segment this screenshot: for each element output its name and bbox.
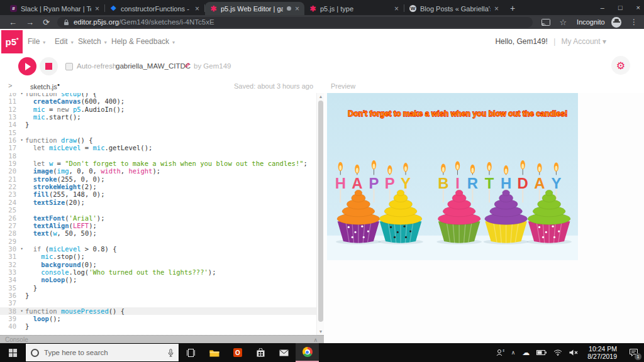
tab-blog[interactable]: W Blog Posts « Gabriella's Technolog × [404,2,504,15]
console-bar[interactable]: Console ∧ [0,335,324,344]
code-line-31[interactable]: 31 mic.stop(); [0,253,324,260]
wifi-icon[interactable] [553,349,562,356]
chrome-taskbar-button[interactable] [296,343,319,362]
code-line-30[interactable]: 30▾ if (micLevel > 0.8) { [0,245,324,253]
code-line-14[interactable]: 14} [0,121,324,128]
code-line-32[interactable]: 32 background(0); [0,261,324,268]
window-close-button[interactable]: × [636,4,640,11]
my-account-menu[interactable]: My Account ▾ [562,37,606,46]
hidden-icons-chevron[interactable]: ∧ [511,349,516,356]
code-line-29[interactable]: 29 [0,238,324,245]
console-expand-icon[interactable]: ∧ [313,337,318,343]
edit-pencil-icon[interactable]: ✎ [184,62,190,70]
code-line-28[interactable]: 28 text(w, 50, 50); [0,229,324,237]
code-line-33[interactable]: 33 console.log('Who turned out the light… [0,268,324,276]
code-line-34[interactable]: 34 noLoop(); [0,276,324,283]
tab-dropbox[interactable]: ❖ constructorFunctions - Dropbox × [105,2,204,15]
lock-icon [64,19,69,26]
cast-icon[interactable] [541,19,550,26]
code-line-27[interactable]: 27 textAlign(LEFT); [0,222,324,229]
code-line-37[interactable]: 37 [0,299,324,307]
svg-text:A: A [534,175,545,192]
svg-text:H: H [501,175,511,192]
file-tab-sketchjs[interactable]: sketch.js● [30,82,60,90]
action-center-button[interactable]: 1 [624,343,643,362]
close-icon[interactable]: × [394,5,399,13]
code-line-40[interactable]: 40} [0,322,324,330]
microsoft-store-button[interactable] [249,343,272,362]
code-line-25[interactable]: 25 [0,206,324,214]
autorefresh-checkbox[interactable] [65,63,73,70]
close-icon[interactable]: × [95,5,99,13]
clock-date: 8/27/2019 [587,353,617,360]
menu-help[interactable]: Help & Feedback▾ [111,37,175,46]
reload-icon[interactable]: ⟳ [43,18,50,27]
code-line-23[interactable]: 23 fill(255, 148, 0); [0,190,324,198]
tab-slack[interactable]: # Slack | Ryan Mohar | Tech Impact × [5,2,104,15]
battery-icon[interactable] [536,350,547,355]
code-line-21[interactable]: 21 stroke(255, 0, 0); [0,175,324,183]
office-button[interactable]: O [226,343,249,362]
tab-title: Slack | Ryan Mohar | Tech Impact [21,5,91,13]
windows-taskbar: Type here to search O [0,343,644,362]
menu-sketch[interactable]: Sketch▾ [78,37,107,46]
start-button[interactable] [0,343,25,362]
close-icon[interactable]: × [295,5,299,13]
code-line-16[interactable]: 16▾function draw() { [0,136,324,144]
forward-icon[interactable]: → [26,18,34,27]
play-button[interactable] [18,57,36,75]
tab-title: Blog Posts « Gabriella's Technolog [420,5,491,13]
taskbar-clock[interactable]: 10:24 PM 8/27/2019 [587,345,617,360]
maximize-button[interactable]: □ [618,4,623,11]
code-line-20[interactable]: 20 image(img, 0, 0, width, height); [0,167,324,175]
office-icon: O [233,348,242,357]
p5-logo[interactable]: p5* [1,30,23,53]
code-line-26[interactable]: 26 textFont('Arial'); [0,214,324,222]
code-editor[interactable]: 10▾function setup() {11 createCanvas(600… [0,93,324,335]
new-tab-button[interactable]: + [510,3,515,13]
browser-menu-icon[interactable]: ⋮ [630,18,638,26]
address-bar[interactable]: editor.p5js.org/Gem149/sketches/i-4NTc5x… [57,17,533,28]
bookmark-star-icon[interactable]: ☆ [559,18,567,27]
code-line-19[interactable]: 19 let w = "Don't forget to make a wish … [0,160,324,167]
code-line-12[interactable]: 12 mic = new p5.AudioIn(); [0,106,324,113]
canvas-overlay-text: Don't forget to make a wish when you blo… [348,109,567,118]
code-line-18[interactable]: 18 [0,152,324,160]
people-icon[interactable]: R [496,349,504,356]
code-line-24[interactable]: 24 textSize(20); [0,199,324,206]
url-text: editor.p5js.org/Gem149/sketches/i-4NTc5x… [74,18,214,26]
task-view-button[interactable] [179,343,203,362]
minimize-button[interactable]: – [601,4,604,11]
code-line-15[interactable]: 15 [0,129,324,136]
file-explorer-button[interactable] [203,343,226,362]
close-icon[interactable]: × [195,5,199,13]
dropbox-icon: ❖ [110,5,117,12]
tab-p5-reference[interactable]: ✱ p5.js | type × [304,2,404,15]
taskbar-search-input[interactable]: Type here to search [25,343,179,362]
scrollbar-thumb[interactable] [318,101,323,322]
code-line-39[interactable]: 39 loop(); [0,315,324,322]
speaker-muted-icon[interactable] [569,349,578,356]
code-line-22[interactable]: 22 strokeWeight(2); [0,183,324,190]
code-line-35[interactable]: 35 } [0,284,324,292]
mail-button[interactable] [272,343,296,362]
microphone-icon[interactable] [168,349,174,357]
svg-text:Y: Y [551,175,561,192]
code-line-10[interactable]: 10▾function setup() { [0,93,324,97]
close-icon[interactable]: × [494,5,499,13]
code-line-11[interactable]: 11 createCanvas(600, 400); [0,97,324,105]
code-line-17[interactable]: 17 let micLevel = mic.getLevel(); [0,144,324,151]
code-line-36[interactable]: 36} [0,292,324,299]
tab-p5-editor-active[interactable]: ✱ p5.js Web Editor | gabriella_M × [205,2,304,15]
menu-file[interactable]: File▾ [28,37,45,46]
menu-edit[interactable]: Edit▾ [55,37,74,46]
onedrive-cloud-icon[interactable]: ☁ [522,348,530,357]
tab-title: p5.js Web Editor | gabriella_M [221,5,283,13]
code-line-38[interactable]: 38▾function mousePressed() { [0,307,324,315]
sidebar-expand-chevron[interactable]: > [8,82,12,89]
back-icon[interactable]: ← [9,18,17,27]
code-line-13[interactable]: 13 mic.start(); [0,113,324,121]
browser-toolbar: ← → ⟳ editor.p5js.org/Gem149/sketches/i-… [0,15,644,29]
settings-button[interactable]: ⚙ [611,56,630,75]
stop-button[interactable] [40,57,58,75]
